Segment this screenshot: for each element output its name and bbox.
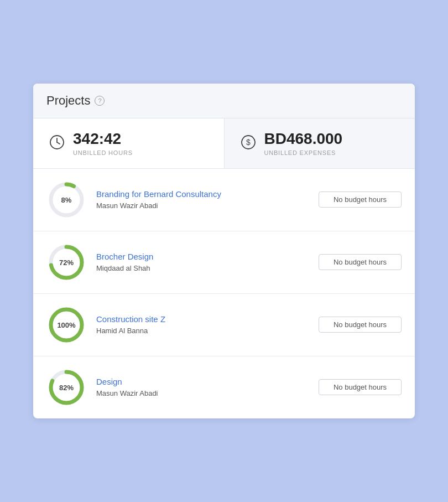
clock-icon (49, 134, 65, 153)
unbilled-expenses-block: $ BD468.000 UNBILLED EXPENSES (225, 118, 415, 168)
unbilled-expenses-info: BD468.000 UNBILLED EXPENSES (264, 131, 343, 156)
help-icon[interactable]: ? (95, 96, 105, 106)
project-name-0[interactable]: Branding for Bernard Consultancy (96, 189, 309, 199)
unbilled-hours-block: 342:42 UNBILLED HOURS (33, 118, 225, 168)
project-name-1[interactable]: Brocher Design (96, 252, 309, 261)
unbilled-hours-label: UNBILLED HOURS (73, 149, 133, 156)
project-row: 72% Brocher Design Miqdaad al Shah No bu… (33, 231, 415, 294)
unbilled-hours-value: 342:42 (73, 131, 133, 148)
projects-card: Projects ? 342:42 UNBILLED HOURS (33, 84, 415, 418)
project-name-3[interactable]: Design (96, 377, 309, 386)
dollar-icon: $ (240, 134, 257, 153)
donut-label-1: 72% (59, 258, 74, 266)
project-info-1: Brocher Design Miqdaad al Shah (96, 252, 309, 273)
project-row: 8% Branding for Bernard Consultancy Masu… (33, 169, 415, 231)
donut-chart-1: 72% (46, 242, 86, 282)
donut-label-3: 82% (59, 383, 74, 391)
project-info-3: Design Masun Wazir Abadi (96, 377, 309, 398)
donut-chart-3: 82% (46, 368, 86, 407)
donut-label-2: 100% (57, 320, 75, 329)
projects-list: 8% Branding for Bernard Consultancy Masu… (33, 169, 415, 418)
card-header: Projects ? (33, 84, 415, 118)
page-title: Projects (46, 94, 90, 108)
project-name-2[interactable]: Construction site Z (96, 314, 309, 324)
unbilled-expenses-value: BD468.000 (264, 131, 343, 148)
donut-chart-2: 100% (46, 305, 86, 345)
budget-badge-1: No budget hours (319, 254, 402, 270)
budget-badge-2: No budget hours (319, 317, 402, 333)
svg-line-2 (57, 142, 60, 144)
project-row: 82% Design Masun Wazir Abadi No budget h… (33, 356, 415, 418)
project-client-2: Hamid Al Banna (96, 327, 148, 335)
donut-label-0: 8% (61, 195, 72, 204)
stats-row: 342:42 UNBILLED HOURS $ BD468.000 UNBILL… (33, 118, 415, 169)
project-client-3: Masun Wazir Abadi (96, 389, 158, 397)
project-client-1: Miqdaad al Shah (96, 264, 150, 272)
project-info-2: Construction site Z Hamid Al Banna (96, 314, 309, 335)
project-client-0: Masun Wazir Abadi (96, 201, 158, 210)
budget-badge-0: No budget hours (319, 192, 402, 208)
unbilled-hours-info: 342:42 UNBILLED HOURS (73, 131, 133, 156)
project-row: 100% Construction site Z Hamid Al Banna … (33, 294, 415, 356)
svg-text:$: $ (246, 138, 251, 147)
unbilled-expenses-label: UNBILLED EXPENSES (264, 149, 343, 156)
project-info-0: Branding for Bernard Consultancy Masun W… (96, 189, 309, 210)
budget-badge-3: No budget hours (319, 379, 402, 395)
donut-chart-0: 8% (46, 180, 86, 220)
